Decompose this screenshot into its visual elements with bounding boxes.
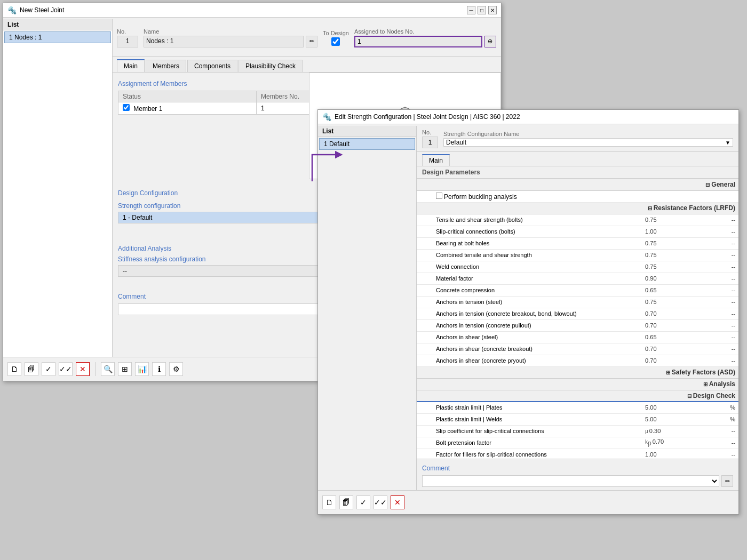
strength-list-item[interactable]: 1 Default	[319, 138, 415, 150]
toolbar-table-button[interactable]: ⊞	[118, 362, 132, 376]
param-unit: --	[708, 425, 738, 437]
top-bar: No. 1 Name Nodes : 1 ✏ To Design Assigne…	[113, 19, 501, 57]
name-input[interactable]: Nodes : 1	[144, 36, 304, 47]
strength-comment-input-row: ✏	[422, 475, 733, 487]
col-status: Status	[118, 91, 257, 102]
param-value: 5.00	[642, 402, 708, 413]
strength-comment-edit-button[interactable]: ✏	[721, 475, 733, 487]
param-label: Bearing at bolt holes	[417, 237, 642, 249]
param-slip-coeff: Slip coefficient for slip-critical conne…	[417, 425, 738, 437]
buckling-checkbox[interactable]	[436, 193, 442, 199]
tab-main[interactable]: Main	[117, 59, 145, 72]
tab-components[interactable]: Components	[187, 60, 237, 72]
tab-plausibility[interactable]: Plausibility Check	[239, 60, 303, 72]
assigned-pick-button[interactable]: ⊕	[484, 36, 496, 47]
list-header: List	[3, 19, 112, 30]
strength-tab-main[interactable]: Main	[422, 154, 450, 166]
param-unit: --	[708, 437, 738, 449]
strength-toolbar-check1-button[interactable]: ✓	[356, 495, 370, 509]
param-unit: --	[708, 296, 738, 308]
param-unit: %	[708, 402, 738, 413]
strength-toolbar-delete-button[interactable]: ✕	[391, 495, 404, 509]
param-label: Tensile and shear strength (bolts)	[417, 214, 642, 226]
param-label: Concrete compression	[417, 284, 642, 296]
design-check-expand[interactable]: ⊟	[685, 393, 692, 399]
minimize-button[interactable]: ─	[467, 6, 475, 14]
param-value: 0.65	[642, 284, 708, 296]
section-analysis: ⊞ Analysis	[417, 378, 738, 390]
member-status-checkbox[interactable]	[123, 104, 130, 111]
param-unit: --	[708, 355, 738, 366]
analysis-label: Analysis	[709, 380, 735, 388]
toolbar-info-button[interactable]: ℹ	[152, 362, 166, 376]
toolbar-check1-button[interactable]: ✓	[42, 362, 55, 376]
tabs-bar: Main Members Components Plausibility Che…	[113, 57, 501, 73]
strength-comment-input[interactable]	[422, 475, 719, 487]
list-item-nodes[interactable]: 1 Nodes : 1	[4, 31, 111, 43]
strength-title: 🔩 Edit Strength Configuration | Steel Jo…	[322, 113, 520, 121]
no-label: No.	[117, 28, 138, 35]
toolbar-delete-button[interactable]: ✕	[76, 362, 90, 376]
main-titlebar: 🔩 New Steel Joint ─ □ ✕	[3, 3, 501, 18]
tab-members[interactable]: Members	[146, 60, 186, 72]
design-check-header: ⊟ Design Check	[417, 390, 738, 402]
param-value: 0.70	[642, 343, 708, 355]
design-config-label: Design Configuration	[118, 189, 178, 197]
strength-top-bar: No. 1 Strength Configuration Name Defaul…	[417, 126, 738, 152]
strength-comment-section: Comment ✏	[417, 459, 738, 490]
toolbar-copy-button[interactable]: 🗐	[25, 362, 38, 376]
strength-tab-bar: Main	[417, 152, 738, 166]
design-check-label: Design Check	[693, 392, 735, 399]
param-anchors-shear-pryout: Anchors in shear (concrete pryout) 0.70 …	[417, 355, 738, 366]
resistance-expand[interactable]: ⊟	[646, 205, 652, 211]
safety-expand[interactable]: ⊞	[664, 370, 670, 375]
buckling-value	[642, 190, 708, 202]
assigned-field-group: Assigned to Nodes No. 1 ⊕	[354, 28, 497, 47]
general-expand[interactable]: ⊟	[703, 182, 710, 188]
param-value: 0.70	[642, 319, 708, 331]
assigned-input[interactable]: 1	[354, 36, 482, 47]
param-value: μ0.30	[642, 425, 708, 437]
param-anchors-tension-steel: Anchors in tension (steel) 0.75 --	[417, 296, 738, 308]
param-plastic-plates: Plastic strain limit | Plates 5.00 %	[417, 402, 738, 413]
param-value: 0.65	[642, 331, 708, 343]
edit-name-button[interactable]: ✏	[306, 36, 317, 47]
dropdown-icon[interactable]: ▼	[725, 140, 730, 146]
analysis-expand[interactable]: ⊞	[701, 381, 708, 387]
param-unit: --	[708, 249, 738, 261]
param-bolt-pretension: Bolt pretension factor kp0.70 --	[417, 437, 738, 449]
param-anchors-shear-steel: Anchors in shear (steel) 0.65 --	[417, 331, 738, 343]
window-controls: ─ □ ✕	[467, 6, 497, 14]
name-label: Name	[144, 28, 317, 35]
toolbar-new-button[interactable]: 🗋	[7, 362, 21, 376]
params-table: ⊟ General Perform buckling analysis	[417, 179, 738, 459]
close-button[interactable]: ✕	[488, 6, 497, 14]
to-design-checkbox[interactable]	[331, 37, 340, 46]
member-name: Member 1	[133, 105, 162, 113]
toolbar-search-button[interactable]: 🔍	[101, 362, 115, 376]
section-resistance: ⊟ Resistance Factors (LRFD)	[417, 202, 738, 214]
buckling-text: Perform buckling analysis	[444, 193, 517, 201]
param-combined: Combined tensile and shear strength 0.75…	[417, 249, 738, 261]
toolbar-check2-button[interactable]: ✓✓	[59, 362, 73, 376]
param-value: 0.70	[642, 308, 708, 319]
toolbar-separator-1	[95, 362, 96, 376]
strength-toolbar-check2-button[interactable]: ✓✓	[374, 495, 387, 509]
toolbar-settings-button[interactable]: ⚙	[169, 362, 183, 376]
param-label: Anchors in shear (steel)	[417, 331, 642, 343]
strength-bottom-toolbar: 🗋 🗐 ✓ ✓✓ ✕	[318, 490, 738, 514]
param-label: Anchors in shear (concrete pryout)	[417, 355, 642, 366]
param-tensile-shear: Tensile and shear strength (bolts) 0.75 …	[417, 214, 738, 226]
strength-comment-label: Comment	[422, 465, 733, 472]
param-label: Combined tensile and shear strength	[417, 249, 642, 261]
param-label: Slip coefficient for slip-critical conne…	[417, 425, 642, 437]
toolbar-graph-button[interactable]: 📊	[135, 362, 149, 376]
param-value: 0.90	[642, 273, 708, 284]
param-value: 0.75	[642, 249, 708, 261]
strength-toolbar-new-button[interactable]: 🗋	[322, 495, 336, 509]
app-icon: 🔩	[7, 6, 17, 14]
maximize-button[interactable]: □	[478, 6, 486, 14]
safety-label: Safety Factors (ASD)	[672, 369, 735, 376]
param-value: 0.75	[642, 261, 708, 273]
strength-toolbar-copy-button[interactable]: 🗐	[339, 495, 353, 509]
